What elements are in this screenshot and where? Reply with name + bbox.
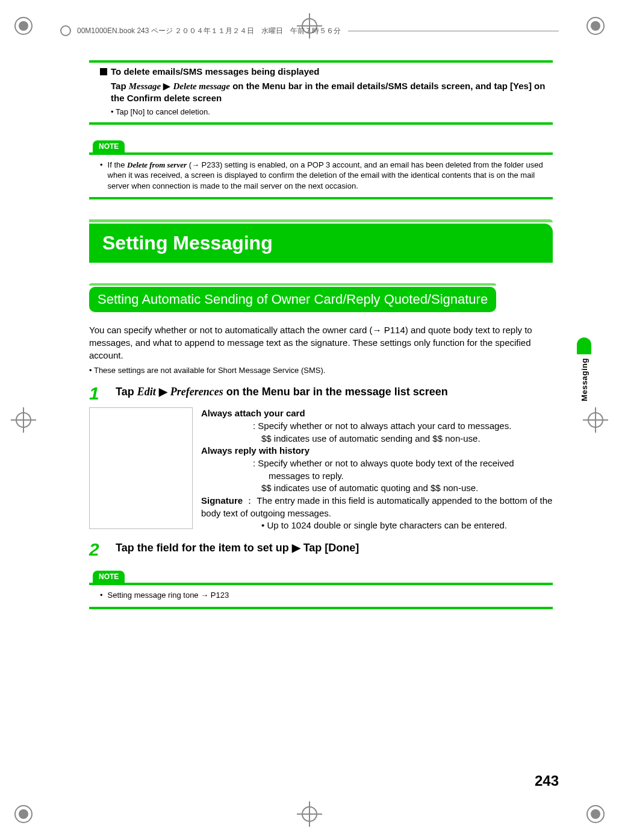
- page-number: 243: [535, 773, 559, 789]
- page: 00M1000EN.book 243 ページ ２００４年１１月２４日 水曜日 午…: [0, 0, 619, 840]
- step-2: 2 Tap the field for the item to set up ▶…: [89, 541, 553, 559]
- signature-desc1: The entry made in this field is automati…: [201, 495, 552, 518]
- menu-message: Message: [129, 81, 161, 91]
- menu-arrow-icon: ▶: [159, 386, 167, 398]
- svg-point-7: [591, 809, 600, 819]
- intro-paragraph: You can specify whether or not to automa…: [89, 324, 553, 362]
- step-1-title: Tap Edit ▶ Preferences on the Menu bar i…: [116, 384, 448, 399]
- drill-hole-icon: [60, 25, 71, 36]
- bullet-icon: [100, 590, 103, 601]
- note2-text: Setting message ring tone → P123: [108, 590, 229, 601]
- bullet-icon: [100, 160, 103, 192]
- delete-heading: To delete emails/SMS messages being disp…: [111, 66, 320, 77]
- side-tab-label: Messaging: [580, 358, 589, 401]
- preferences-row: Always attach your card Specify whether …: [89, 407, 553, 532]
- signature-sub: Up to 1024 double or single byte charact…: [261, 519, 553, 532]
- delete-cancel-note: Tap [No] to cancel deletion.: [111, 107, 553, 116]
- note1-label: NOTE: [93, 140, 125, 152]
- delete-tap-instruction: Tap Message ▶ Delete message on the Menu…: [111, 80, 553, 105]
- regmark-top-left: [11, 13, 36, 39]
- note2-box: Setting message ring tone → P123: [89, 583, 553, 609]
- chapter-heading: Setting Messaging: [89, 224, 553, 263]
- regmark-bottom-left: [11, 801, 36, 827]
- side-tab: Messaging: [577, 337, 591, 401]
- square-bullet-icon: [100, 68, 107, 75]
- reply-desc2: $$ indicates use of automatic quoting an…: [261, 482, 553, 495]
- running-header-text: 00M1000EN.book 243 ページ ２００４年１１月２４日 水曜日 午…: [77, 26, 341, 36]
- preferences-screenshot-placeholder: [89, 407, 193, 529]
- attach-label: Always attach your card: [201, 407, 553, 420]
- note1-item: If the Delete from server (→ P233) setti…: [100, 160, 544, 192]
- tap-prefix: Tap: [111, 81, 129, 91]
- svg-point-5: [19, 809, 28, 819]
- content-area: To delete emails/SMS messages being disp…: [89, 60, 553, 609]
- side-tab-cap: [577, 337, 591, 354]
- svg-point-3: [591, 21, 600, 31]
- section-heading: Setting Automatic Sending of Owner Card/…: [89, 287, 496, 312]
- header-rule: [348, 31, 559, 31]
- attach-desc2: $$ indicates use of automatic sending an…: [261, 433, 553, 445]
- note1-text: If the Delete from server (→ P233) setti…: [108, 160, 544, 192]
- green-rule-bottom: [89, 122, 553, 125]
- regmark-bottom-center: [297, 801, 322, 827]
- reply-desc1: Specify whether or not to always quote b…: [261, 457, 553, 482]
- note2-label: NOTE: [93, 571, 125, 583]
- menu-edit: Edit: [137, 386, 156, 398]
- menu-preferences: Preferences: [170, 386, 223, 398]
- green-rule-top: [89, 60, 553, 63]
- reply-label: Always reply with history: [201, 445, 553, 457]
- step-2-number: 2: [89, 541, 105, 559]
- signature-label: Signature: [201, 495, 243, 506]
- regmark-mid-right: [583, 407, 608, 433]
- step-2-title: Tap the field for the item to set up ▶ T…: [116, 541, 359, 555]
- step-1: 1 Tap Edit ▶ Preferences on the Menu bar…: [89, 384, 553, 403]
- menu-delete-message: Delete message: [173, 81, 230, 91]
- preferences-descriptions: Always attach your card Specify whether …: [201, 407, 553, 532]
- regmark-top-right: [583, 13, 608, 39]
- attach-desc1: Specify whether or not to always attach …: [261, 420, 553, 433]
- running-header: 00M1000EN.book 243 ページ ２００４年１１月２４日 水曜日 午…: [60, 25, 559, 36]
- signature-row: Signature ： The entry made in this field…: [201, 495, 553, 519]
- svg-point-1: [19, 21, 28, 31]
- regmark-bottom-right: [583, 801, 608, 827]
- delete-heading-row: To delete emails/SMS messages being disp…: [100, 66, 553, 77]
- note2-item: Setting message ring tone → P123: [100, 590, 544, 601]
- note1-box: If the Delete from server (→ P233) setti…: [89, 152, 553, 200]
- step-1-number: 1: [89, 384, 105, 403]
- menu-arrow-icon: ▶: [163, 81, 170, 91]
- regmark-mid-left: [11, 407, 36, 433]
- intro-note: These settings are not available for Sho…: [89, 365, 553, 376]
